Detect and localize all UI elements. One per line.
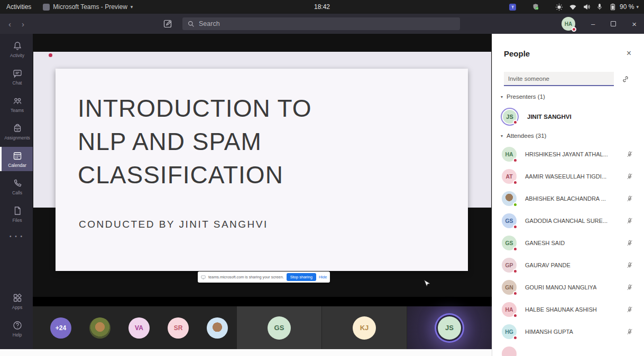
attendee-row[interactable]	[492, 343, 644, 356]
rail-label: Apps	[12, 305, 22, 310]
mic-muted-icon[interactable]	[626, 261, 633, 269]
participant-filmstrip: +24 VA SR GS KJ	[33, 306, 492, 349]
bottom-strip	[0, 349, 492, 356]
system-tray[interactable]: T 90 % ▾	[509, 3, 644, 11]
activities-button[interactable]: Activities	[6, 3, 31, 11]
volume-icon[interactable]	[583, 3, 591, 11]
attendee-row[interactable]: HA HALBE SHAUNAK ASHISH	[492, 298, 644, 321]
mic-muted-icon[interactable]	[626, 239, 633, 247]
copy-link-icon[interactable]	[621, 75, 630, 83]
nav-forward-button[interactable]: ›	[22, 20, 24, 29]
attendee-name: AAMIR WASEEULLAH TIGDI...	[525, 173, 606, 180]
rail-item-chat[interactable]: Chat	[0, 64, 33, 89]
wifi-icon[interactable]	[569, 4, 577, 11]
participant-avatar[interactable]	[207, 317, 228, 339]
participant-tile[interactable]: GS	[237, 306, 321, 349]
presence-dot	[513, 247, 518, 251]
participant-tile[interactable]: KJ	[322, 306, 407, 349]
screen-share-banner: teams.microsoft.com is sharing your scre…	[198, 271, 330, 283]
presence-dot	[572, 27, 576, 32]
shield-icon[interactable]	[532, 3, 539, 11]
mic-muted-icon[interactable]	[626, 306, 633, 313]
phone-icon	[12, 178, 23, 189]
stop-sharing-button[interactable]: Stop sharing	[287, 273, 316, 281]
attendee-row[interactable]: GS GANESH SAID	[492, 232, 644, 254]
mic-muted-icon[interactable]	[626, 195, 633, 202]
close-panel-icon[interactable]: ×	[627, 49, 631, 58]
rail-label: Assignments	[4, 135, 30, 140]
close-button[interactable]: ×	[632, 20, 637, 29]
participant-avatar[interactable]: +24	[50, 317, 71, 339]
people-panel: People × ▾ Presenters (1) JS JINIT SANGH…	[492, 34, 644, 356]
presence-dot	[513, 202, 518, 207]
app-menu[interactable]: Microsoft Teams - Preview ▾	[43, 3, 133, 11]
avatar-initials: HA	[505, 151, 513, 157]
brightness-icon[interactable]	[555, 3, 563, 11]
mouse-cursor	[424, 280, 430, 288]
attendee-list: HA HRISHIKESH JAYANT ATHAL... AT AAMIR W…	[492, 143, 644, 356]
attendee-row[interactable]: GP GAURAV PANDE	[492, 254, 644, 276]
invite-input[interactable]	[504, 72, 614, 86]
participant-tile[interactable]: JS	[407, 306, 492, 349]
clock[interactable]: 18:42	[314, 3, 330, 11]
rail-label: Activity	[10, 53, 24, 58]
participant-avatar[interactable]: VA	[128, 317, 150, 339]
hide-banner-link[interactable]: Hide	[319, 275, 327, 279]
presence-dot	[513, 180, 518, 185]
attendees-header[interactable]: ▾ Attendees (31)	[501, 133, 644, 139]
rail-label: Files	[13, 218, 22, 223]
screen: Activities Microsoft Teams - Preview ▾ 1…	[0, 0, 644, 356]
participant-avatar[interactable]: SR	[168, 317, 189, 339]
rail-item-apps[interactable]: Apps	[0, 289, 33, 313]
recording-dot	[49, 53, 52, 57]
attendee-name: GOURI MANOJ NANGLIYA	[525, 284, 596, 291]
attendee-row[interactable]: GN GOURI MANOJ NANGLIYA	[492, 276, 644, 298]
mic-muted-icon[interactable]	[626, 217, 633, 224]
microphone-icon[interactable]	[596, 3, 603, 11]
minimize-button[interactable]: –	[591, 20, 595, 28]
avatar-initials: AT	[505, 173, 512, 180]
maximize-button[interactable]	[611, 21, 616, 26]
nav-back-button[interactable]: ‹	[8, 20, 11, 29]
attendee-row[interactable]: HA HRISHIKESH JAYANT ATHAL...	[492, 143, 644, 165]
rail-more-button[interactable]: • • •	[0, 233, 33, 239]
presence-dot	[513, 313, 518, 318]
rail-label: Calendar	[8, 163, 26, 168]
rail-item-calendar[interactable]: Calendar	[0, 147, 33, 171]
mic-muted-icon[interactable]	[626, 284, 633, 291]
help-icon	[12, 320, 23, 331]
rail-item-teams[interactable]: Teams	[0, 92, 33, 116]
avatar: HG	[502, 324, 517, 339]
share-message: teams.microsoft.com is sharing your scre…	[208, 275, 284, 279]
chevron-down-icon[interactable]: ▾	[636, 4, 639, 10]
mic-muted-icon[interactable]	[626, 151, 633, 158]
chevron-down-icon: ▾	[501, 95, 503, 99]
rail-item-activity[interactable]: Activity	[0, 37, 33, 61]
rail-item-help[interactable]: Help	[0, 316, 33, 341]
teams-tray-icon[interactable]: T	[509, 4, 516, 11]
presenters-header[interactable]: ▾ Presenters (1)	[501, 93, 644, 100]
mic-muted-icon[interactable]	[626, 173, 633, 180]
attendee-row[interactable]: ABHISHEK BALACHANDRA ...	[492, 188, 644, 210]
avatar	[502, 191, 517, 206]
compose-icon[interactable]	[163, 19, 172, 29]
rail-item-files[interactable]: Files	[0, 202, 33, 226]
attendee-row[interactable]: AT AAMIR WASEEULLAH TIGDI...	[492, 165, 644, 188]
search-input[interactable]	[199, 20, 442, 27]
battery-icon[interactable]	[609, 4, 617, 11]
presenter-row[interactable]: JS JINIT SANGHVI	[500, 105, 644, 128]
attendee-row[interactable]: HG HIMANSH GUPTA	[492, 321, 644, 343]
participant-avatars: +24 VA SR	[33, 306, 228, 349]
rail-item-calls[interactable]: Calls	[0, 174, 33, 199]
avatar-initials: JS	[445, 324, 454, 332]
attendee-row[interactable]: GS GADODIA CHANCHAL SURE...	[492, 210, 644, 232]
rail-label: Teams	[11, 108, 24, 113]
participant-avatar[interactable]	[89, 317, 111, 339]
presence-dot	[513, 120, 518, 125]
mic-muted-icon[interactable]	[626, 328, 633, 335]
search-bar[interactable]	[182, 17, 460, 30]
rail-item-assignments[interactable]: Assignments	[0, 119, 33, 144]
user-avatar[interactable]: HA	[562, 17, 575, 31]
presence-dot	[513, 158, 518, 163]
attendee-name: GADODIA CHANCHAL SURE...	[525, 218, 608, 224]
